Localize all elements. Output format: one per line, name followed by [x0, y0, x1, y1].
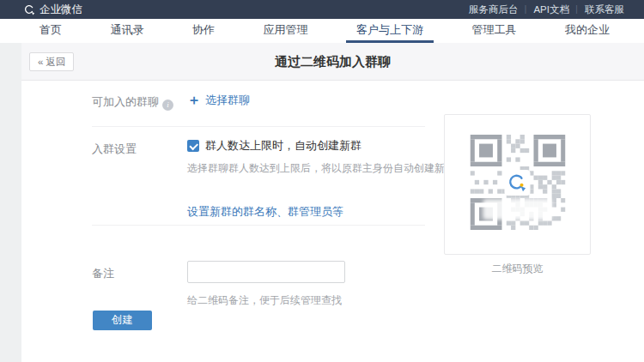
join-settings-hint: 选择群聊群人数达到上限后，将以原群主身份自动创建新群: [187, 161, 455, 176]
nav-item-home[interactable]: 首页: [29, 19, 72, 43]
checkbox-checked-icon[interactable]: [187, 140, 199, 152]
topbar-link-contact-support[interactable]: 联系客服: [577, 3, 632, 16]
topbar: 企业微信 服务商后台 API文档 联系客服: [0, 0, 644, 19]
card-header: « 返回 通过二维码加入群聊: [21, 43, 644, 81]
qr-preview-card: [444, 114, 591, 255]
remark-label: 备注: [92, 266, 114, 281]
app-logo-text: 企业微信: [39, 3, 82, 17]
nav-item-app-management[interactable]: 应用管理: [253, 19, 319, 43]
remark-input[interactable]: [187, 261, 345, 283]
content-card: « 返回 通过二维码加入群聊 可加入的群聊 ＋ 选择群聊 入群设置 群人数达上限…: [21, 43, 644, 362]
nav-item-admin-tools[interactable]: 管理工具: [462, 19, 527, 43]
qr-center-logo: [505, 170, 531, 196]
remark-hint: 给二维码备注，便于后续管理查找: [187, 293, 342, 308]
app-logo: 企业微信: [24, 3, 82, 17]
create-button[interactable]: 创建: [93, 311, 152, 330]
wechat-work-bubble-icon: [24, 4, 35, 15]
page-title: 通过二维码加入群聊: [21, 43, 644, 81]
auto-create-group-checkbox-row[interactable]: 群人数达上限时，自动创建新群: [187, 138, 361, 154]
join-settings-label: 入群设置: [92, 142, 137, 157]
new-group-settings-link[interactable]: 设置新群的群名称、群管理员等: [187, 204, 343, 220]
select-group-link[interactable]: ＋ 选择群聊: [187, 93, 250, 108]
qr-preview-caption: 二维码预览: [444, 262, 591, 276]
qr-code: [470, 135, 565, 230]
info-icon[interactable]: [162, 100, 173, 111]
select-group-link-label: 选择群聊: [205, 93, 250, 108]
nav-item-contacts[interactable]: 通讯录: [100, 19, 155, 43]
divider: [92, 225, 425, 226]
nav-item-customers[interactable]: 客户与上下游: [346, 19, 434, 43]
nav-item-my-company[interactable]: 我的企业: [555, 19, 620, 43]
nav-item-collaboration[interactable]: 协作: [182, 19, 225, 43]
qr-watermark-blur: [483, 199, 552, 220]
plus-icon: ＋: [187, 94, 201, 107]
wechat-work-bubble-icon: [508, 173, 527, 192]
joinable-group-label: 可加入的群聊: [92, 94, 173, 111]
topbar-link-provider-console[interactable]: 服务商后台: [461, 3, 526, 16]
auto-create-group-checkbox-label: 群人数达上限时，自动创建新群: [205, 138, 361, 154]
main-nav: 首页 通讯录 协作 应用管理 客户与上下游 管理工具 我的企业: [0, 19, 644, 43]
divider: [92, 126, 425, 127]
topbar-link-api-docs[interactable]: API文档: [526, 3, 577, 16]
topbar-links: 服务商后台 API文档 联系客服: [461, 3, 632, 16]
